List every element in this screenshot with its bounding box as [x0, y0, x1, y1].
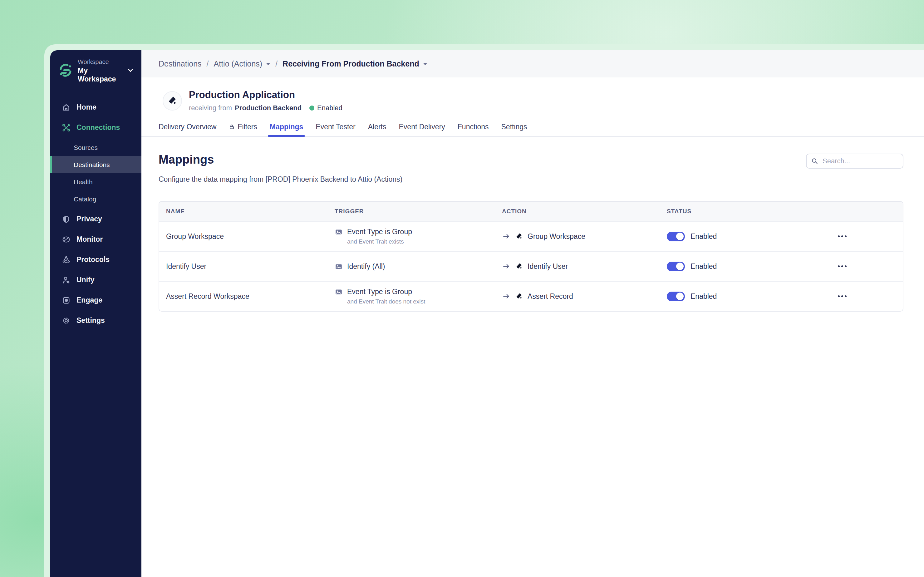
- column-header-action: ACTION: [495, 208, 660, 215]
- breadcrumb-label: Receiving From Production Backend: [283, 59, 419, 68]
- section-title: Mappings: [159, 153, 402, 166]
- sidebar-item-label: Engage: [76, 296, 102, 305]
- section-description: Configure the data mapping from [PROD] P…: [159, 175, 402, 184]
- chevron-down-icon: [126, 66, 135, 76]
- breadcrumb-separator: /: [275, 59, 277, 68]
- engage-icon: [61, 296, 71, 305]
- action-label: Assert Record: [528, 292, 573, 301]
- attio-logo-badge: [163, 91, 182, 111]
- desktop-background: Workspace My Workspace: [0, 0, 924, 577]
- arrow-right-icon: [502, 292, 511, 301]
- attio-icon: [515, 233, 523, 240]
- breadcrumb-attio-actions[interactable]: Attio (Actions): [214, 59, 270, 68]
- source-name: Production Backend: [235, 104, 301, 112]
- sidebar-item-label: Protocols: [76, 255, 109, 264]
- row-menu-button[interactable]: [837, 233, 848, 240]
- sidebar-item-privacy[interactable]: Privacy: [50, 209, 142, 229]
- protocols-icon: [61, 255, 71, 264]
- sidebar-item-settings[interactable]: Settings: [50, 310, 142, 330]
- status-dot: [309, 106, 314, 111]
- subtitle-prefix: receiving from: [189, 104, 232, 112]
- status-label: Enabled: [691, 292, 717, 301]
- action-label: Group Workspace: [528, 232, 585, 241]
- tab-label: Event Tester: [316, 123, 355, 131]
- row-menu-button[interactable]: [837, 293, 848, 300]
- sidebar-item-label: Privacy: [76, 215, 102, 223]
- chevron-down-icon: [266, 63, 270, 65]
- column-header-trigger: TRIGGER: [328, 208, 495, 215]
- tab-bar: Delivery Overview Filters Mappings Eve: [142, 123, 924, 137]
- status-label: Enabled: [691, 232, 717, 241]
- tab-settings[interactable]: Settings: [501, 123, 527, 136]
- tab-mappings[interactable]: Mappings: [270, 123, 303, 136]
- mapping-name: Identify User: [159, 262, 328, 271]
- tab-filters[interactable]: Filters: [229, 123, 257, 136]
- lock-icon: [229, 124, 235, 130]
- sidebar-item-protocols[interactable]: Protocols: [50, 250, 142, 270]
- row-menu-button[interactable]: [837, 263, 848, 270]
- tab-delivery-overview[interactable]: Delivery Overview: [159, 123, 216, 136]
- column-header-name: NAME: [159, 208, 328, 215]
- sidebar-item-engage[interactable]: Engage: [50, 290, 142, 310]
- sidebar-item-label: Home: [76, 103, 97, 111]
- page-title: Production Application: [189, 89, 343, 100]
- column-header-status: STATUS: [660, 208, 830, 215]
- connections-icon: [61, 123, 71, 132]
- tab-event-tester[interactable]: Event Tester: [316, 123, 355, 136]
- tab-alerts[interactable]: Alerts: [368, 123, 386, 136]
- status-badge: Enabled: [317, 104, 343, 112]
- tab-event-delivery[interactable]: Event Delivery: [399, 123, 445, 136]
- sidebar-item-sources[interactable]: Sources: [50, 139, 142, 156]
- shield-icon: [61, 214, 71, 224]
- tab-label: Settings: [501, 123, 527, 131]
- sidebar-item-home[interactable]: Home: [50, 97, 142, 118]
- sidebar: Workspace My Workspace: [50, 50, 142, 577]
- gauge-icon: [61, 235, 71, 244]
- table-header-row: NAME TRIGGER ACTION STATUS: [159, 202, 903, 221]
- sidebar-item-monitor[interactable]: Monitor: [50, 229, 142, 250]
- sub-item-label: Destinations: [74, 161, 110, 169]
- table-row: Identify User Identify (All): [159, 251, 903, 281]
- workspace-switcher[interactable]: Workspace My Workspace: [50, 50, 142, 90]
- tab-label: Mappings: [270, 123, 303, 131]
- event-icon: [335, 228, 343, 236]
- sidebar-item-label: Connections: [76, 123, 120, 132]
- connections-subnav: Sources Destinations Health Catalog: [50, 138, 142, 209]
- enabled-toggle[interactable]: [667, 232, 685, 241]
- home-icon: [61, 103, 71, 112]
- search-input[interactable]: [822, 157, 898, 166]
- tab-label: Delivery Overview: [159, 123, 216, 131]
- sidebar-item-health[interactable]: Health: [50, 173, 142, 190]
- mappings-table: NAME TRIGGER ACTION STATUS Group Workspa…: [159, 201, 903, 312]
- mappings-content: Mappings Configure the data mapping from…: [142, 137, 924, 577]
- sidebar-item-unify[interactable]: Unify: [50, 270, 142, 290]
- tab-label: Event Delivery: [399, 123, 445, 131]
- arrow-right-icon: [502, 232, 511, 241]
- main-area: Destinations / Attio (Actions) / Receivi…: [142, 50, 924, 577]
- sidebar-item-label: Settings: [76, 316, 105, 325]
- enabled-toggle[interactable]: [667, 292, 685, 301]
- breadcrumb-separator: /: [207, 59, 209, 68]
- breadcrumb-destinations[interactable]: Destinations: [159, 59, 202, 68]
- sidebar-item-connections[interactable]: Connections: [50, 118, 142, 138]
- tab-label: Functions: [458, 123, 489, 131]
- table-row: Assert Record Workspace Event Type: [159, 281, 903, 311]
- enabled-toggle[interactable]: [667, 262, 685, 271]
- gear-icon: [61, 316, 71, 326]
- tab-label: Filters: [238, 123, 257, 131]
- trigger-main: Event Type is Group: [347, 288, 425, 296]
- tab-label: Alerts: [368, 123, 386, 131]
- sidebar-item-catalog[interactable]: Catalog: [50, 190, 142, 208]
- trigger-sub: and Event Trait does not exist: [347, 298, 425, 305]
- workspace-name: My Workspace: [78, 66, 121, 83]
- mapping-name: Assert Record Workspace: [159, 292, 328, 301]
- tab-functions[interactable]: Functions: [458, 123, 489, 136]
- sub-item-label: Health: [74, 178, 93, 186]
- breadcrumb-current[interactable]: Receiving From Production Backend: [283, 59, 427, 68]
- sidebar-item-destinations[interactable]: Destinations: [50, 156, 142, 173]
- trigger-main: Event Type is Group: [347, 227, 412, 236]
- trigger-sub: and Event Trait exists: [347, 238, 412, 245]
- search-box: [806, 154, 903, 169]
- sidebar-item-label: Unify: [76, 276, 95, 284]
- breadcrumb-label: Destinations: [159, 59, 202, 68]
